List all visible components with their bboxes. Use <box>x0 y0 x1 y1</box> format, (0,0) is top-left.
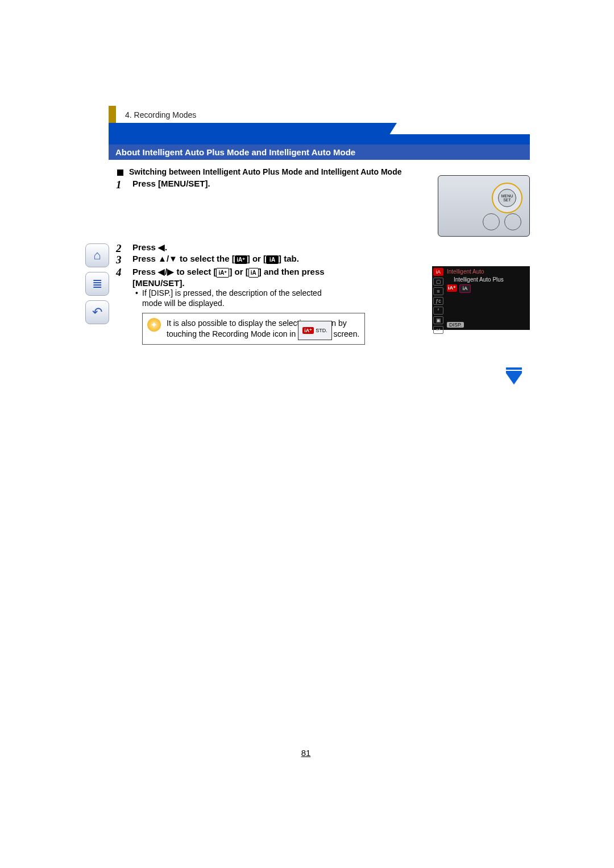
step-3: 3 Press ▲/▼ to select the [iA⁺] or [iA] … <box>118 254 299 264</box>
step-note: If [DISP.] is pressed, the description o… <box>142 288 341 308</box>
t: ] or [ <box>229 267 248 276</box>
continue-arrow-icon <box>506 373 522 385</box>
ia-plus-badge-icon: iA⁺ <box>302 327 314 334</box>
sub-heading: Switching between Intelligent Auto Plus … <box>117 167 402 176</box>
ia-badge-icon: iA <box>459 284 471 293</box>
menu-selection-row: iA⁺ iA <box>447 284 471 293</box>
ia-badge-icon: iA <box>266 255 279 264</box>
manual-page: 4. Recording Modes About Intelligent Aut… <box>82 98 530 771</box>
t: ] and then press <box>259 267 325 276</box>
menu-tab-icon: ↩ <box>433 326 443 334</box>
t: Press <box>132 242 158 252</box>
step-text: Press ◀/▶ to select [iA⁺] or [iA] and th… <box>132 266 343 288</box>
menu-set-button-icon: MENU SET <box>498 189 516 207</box>
t: to select [ <box>174 267 216 276</box>
menu-tab-icon: ƒc <box>433 297 443 305</box>
t: Press <box>132 267 158 276</box>
ia-plus-badge-icon: iA⁺ <box>216 268 229 278</box>
step-text: Press ◀. <box>132 242 167 252</box>
t: Press <box>132 254 158 263</box>
step-number: 4 <box>116 266 128 279</box>
step-number: 1 <box>116 179 128 191</box>
sub-heading-text: Switching between Intelligent Auto Plus … <box>129 167 402 176</box>
menu-tab-icon: ▣ <box>433 316 443 324</box>
arrow-up-down-icon: ▲/▼ <box>158 254 177 263</box>
tip-bulb-icon: ✦ <box>147 318 161 332</box>
page-number[interactable]: 81 <box>82 748 530 758</box>
menu-header: Intelligent Auto <box>447 268 484 275</box>
touch-mode-illustration: iA⁺ STD. <box>298 321 332 340</box>
arrow-left-icon: ◀ <box>158 242 165 252</box>
dial-circle <box>483 213 500 230</box>
step-1: 1 Press [MENU/SET]. <box>118 179 210 188</box>
arrow-left-right-icon: ◀/▶ <box>158 267 174 276</box>
ia-plus-badge-icon: iA⁺ <box>235 255 247 264</box>
t: [MENU/SET]. <box>132 278 185 288</box>
std-label: STD. <box>316 328 327 333</box>
menu-tabs: iA ▢ ≡ ƒc ᶠ ▣ ↩ <box>433 268 443 328</box>
header-band <box>109 123 530 144</box>
camera-back-illustration: MENU SET <box>438 175 530 237</box>
step-4: 4 Press ◀/▶ to select [iA⁺] or [iA] and … <box>118 266 343 288</box>
step-2: 2 Press ◀. <box>118 242 167 253</box>
ia-plus-badge-icon: iA⁺ <box>447 284 457 292</box>
menu-tab-icon: iA <box>433 268 443 276</box>
step-number: 3 <box>116 254 128 266</box>
t: ] or [ <box>247 254 266 263</box>
bullet-square-icon <box>117 170 123 176</box>
section-heading: About Intelligent Auto Plus Mode and Int… <box>109 144 530 160</box>
camera-menu-screenshot: iA ▢ ≡ ƒc ᶠ ▣ ↩ Intelligent Auto Intelli… <box>432 266 530 330</box>
menu-option: Intelligent Auto Plus <box>454 276 504 283</box>
menu-tab-icon: ▢ <box>433 278 443 286</box>
step-text: Press ▲/▼ to select the [iA⁺] or [iA] ta… <box>132 254 299 263</box>
breadcrumb: 4. Recording Modes <box>125 110 196 119</box>
t: . <box>165 242 167 252</box>
t: to select the [ <box>177 254 235 263</box>
disp-label: DISP. <box>447 322 464 328</box>
dial-circle <box>504 213 521 230</box>
menu-tab-icon: ᶠ <box>433 307 443 315</box>
t: ] tab. <box>279 254 299 263</box>
menu-tab-icon: ≡ <box>433 287 443 295</box>
step-text: Press [MENU/SET]. <box>132 179 210 188</box>
control-dial: MENU SET <box>492 183 522 213</box>
step-number: 2 <box>116 242 128 255</box>
ia-badge-icon: iA <box>248 268 259 278</box>
